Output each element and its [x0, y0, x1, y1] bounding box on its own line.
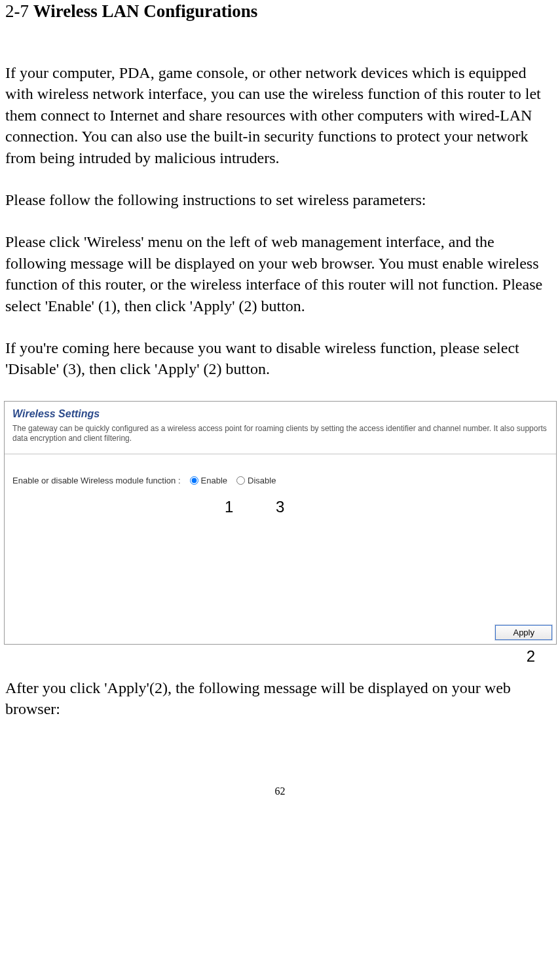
disable-radio-option[interactable]: Disable	[236, 476, 276, 485]
section-title: Wireless LAN Configurations	[33, 1, 258, 21]
apply-button[interactable]: Apply	[495, 625, 552, 640]
disable-radio[interactable]	[236, 476, 245, 485]
body-paragraph-1: If your computer, PDA, game console, or …	[5, 62, 555, 168]
body-paragraph-5: After you click 'Apply'(2), the followin…	[5, 677, 555, 720]
body-paragraph-4: If you're coming here because you want t…	[5, 337, 555, 380]
enable-radio-option[interactable]: Enable	[190, 476, 227, 485]
wireless-enable-row: Enable or disable Wireless module functi…	[12, 476, 548, 485]
apply-container: Apply	[5, 625, 556, 644]
radio-row-label: Enable or disable Wireless module functi…	[12, 476, 181, 485]
enable-radio[interactable]	[190, 476, 198, 485]
page-number: 62	[5, 785, 555, 797]
body-paragraph-3: Please click 'Wireless' menu on the left…	[5, 231, 555, 316]
annotation-2: 2	[5, 647, 555, 666]
section-heading: 2-7 Wireless LAN Configurations	[5, 0, 555, 23]
wireless-settings-screenshot: Wireless Settings The gateway can be qui…	[4, 401, 557, 645]
panel-description: The gateway can be quickly configured as…	[12, 424, 548, 451]
annotation-3: 3	[276, 498, 284, 516]
annotation-1: 1	[225, 498, 233, 516]
enable-radio-label: Enable	[201, 476, 227, 485]
section-number: 2-7	[5, 1, 29, 21]
body-paragraph-2: Please follow the following instructions…	[5, 189, 555, 210]
panel-title: Wireless Settings	[12, 408, 548, 420]
panel-body: Enable or disable Wireless module functi…	[5, 455, 556, 625]
disable-radio-label: Disable	[248, 476, 276, 485]
panel-header: Wireless Settings The gateway can be qui…	[5, 402, 556, 453]
